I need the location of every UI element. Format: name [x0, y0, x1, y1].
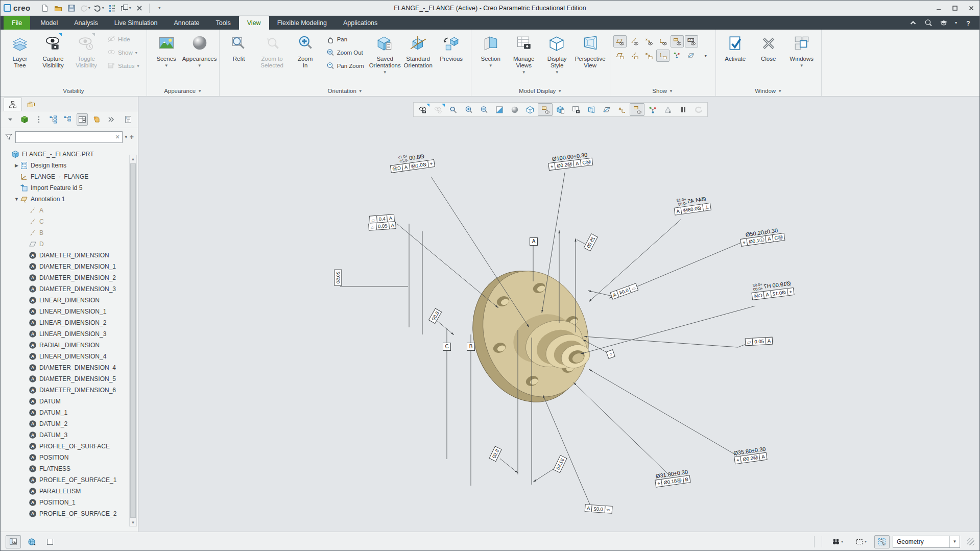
section-button[interactable]: Section▼	[474, 31, 507, 84]
pause-button[interactable]	[676, 103, 690, 116]
ribbon-group-label[interactable]: Visibility	[2, 86, 146, 96]
show-more-button[interactable]: ▾	[699, 50, 712, 62]
add-filter-icon[interactable]: +	[130, 133, 134, 141]
tree-item-profile-of-surface[interactable]: APROFILE_OF_SURFACE	[3, 441, 129, 452]
graphics-area[interactable]: Ø8.00+0.15-0.25⌖Ø0.1ⓂACⓂØ100.00±0.30⌖Ø0.…	[138, 97, 979, 532]
manage-views-button[interactable]: Manage Views▼	[508, 31, 540, 84]
section-button[interactable]	[599, 103, 614, 116]
annotation-datum-c[interactable]: C	[443, 343, 451, 351]
tree-expand-icon[interactable]: ▶	[13, 163, 20, 168]
customize-quick-access-button[interactable]: ▾	[153, 2, 165, 14]
maximize-button[interactable]	[947, 2, 963, 15]
tree-item-linear-dimension-2[interactable]: ALINEAR_DIMENSION_2	[3, 317, 129, 328]
collapse-tree-button[interactable]	[62, 113, 73, 126]
group-dropdown-icon[interactable]: ▼	[669, 89, 673, 93]
perspective-view-button[interactable]	[584, 103, 599, 116]
resource-center-dropdown-icon[interactable]: ▾	[955, 20, 957, 25]
tree-item-c[interactable]: C	[3, 216, 129, 227]
spin-center-display-button[interactable]	[671, 50, 684, 62]
tab-tools[interactable]: Tools	[208, 16, 239, 30]
undo-button[interactable]: ▾	[79, 2, 91, 14]
accessory-window-button[interactable]	[42, 535, 58, 548]
filter-funnel-icon[interactable]	[5, 133, 13, 141]
highlight-selected-button[interactable]	[874, 535, 890, 548]
flange-model[interactable]	[455, 255, 606, 418]
layer-tree-button[interactable]: Layer Tree	[4, 31, 36, 84]
new-file-button[interactable]	[39, 2, 51, 14]
switch-windows-button[interactable]: ▾	[119, 2, 132, 14]
annotation-profile-04[interactable]: ⌓0.4A⌓0.05A	[368, 214, 396, 231]
scenes-dropdown-icon[interactable]: ▼	[164, 63, 169, 68]
redo-dropdown-icon[interactable]: ▾	[102, 6, 104, 10]
activate-button[interactable]: Activate	[719, 31, 752, 84]
group-dropdown-icon[interactable]: ▼	[198, 89, 202, 93]
capture-visibility-button[interactable]: Capture Visibility	[37, 31, 69, 84]
tree-item-d[interactable]: D	[3, 238, 129, 250]
redo-button[interactable]: ▾	[92, 2, 105, 14]
tab-view[interactable]: View	[239, 16, 269, 30]
tree-item-linear-dimension-3[interactable]: ALINEAR_DIMENSION_3	[3, 328, 129, 340]
collapse-ribbon-icon[interactable]	[909, 19, 917, 27]
active-model-button[interactable]	[19, 113, 30, 126]
appearances-dropdown-icon[interactable]: ▼	[198, 63, 202, 68]
point-display-button[interactable]	[642, 35, 655, 47]
folder-browser-tab[interactable]	[22, 98, 40, 111]
scenes-button[interactable]: Scenes▼	[150, 31, 183, 84]
resize-grip[interactable]	[967, 538, 974, 545]
tree-item-b[interactable]: B	[3, 227, 129, 238]
saved-orientations-button[interactable]	[553, 103, 568, 116]
tree-options-button[interactable]	[33, 113, 44, 126]
annotation-filter-button[interactable]	[91, 113, 102, 126]
show-dropdown-icon[interactable]: ▾	[135, 51, 137, 55]
display-mode-button[interactable]	[492, 103, 507, 116]
tree-item-datum-3[interactable]: ADATUM_3	[3, 429, 129, 441]
ribbon-group-label[interactable]: Orientation▼	[221, 86, 470, 96]
toggle-tree-panel-button[interactable]	[6, 535, 21, 548]
open-file-button[interactable]	[52, 2, 64, 14]
close-button[interactable]	[963, 2, 979, 15]
close-button[interactable]: Close	[752, 31, 785, 84]
tree-item-parallelism[interactable]: APARALLELISM	[3, 486, 129, 497]
manage-views-dropdown-icon[interactable]: ▼	[522, 70, 526, 75]
close-window-button[interactable]	[133, 2, 146, 14]
tree-item-diameter-dimension-3[interactable]: ADIAMETER_DIMENSION_3	[3, 283, 129, 295]
annotation-datum-a[interactable]: A	[530, 237, 538, 246]
tree-item-flatness[interactable]: AFLATNESS	[3, 463, 129, 474]
tree-item-linear-dimension-4[interactable]: ALINEAR_DIMENSION_4	[3, 351, 129, 362]
find-dropdown-icon[interactable]: ▾	[841, 539, 843, 544]
tree-item-datum[interactable]: ADATUM	[3, 396, 129, 407]
tab-annotate[interactable]: Annotate	[166, 16, 208, 30]
more-tools-button[interactable]	[105, 113, 116, 126]
regenerate-button[interactable]	[106, 2, 118, 14]
datum-display-button[interactable]	[614, 103, 629, 116]
zoom-out-button[interactable]	[476, 103, 491, 116]
undo-dropdown-icon[interactable]: ▾	[88, 6, 90, 10]
tree-item-position-1[interactable]: APOSITION_1	[3, 497, 129, 508]
tree-item-diameter-dimension[interactable]: ADIAMETER_DIMENSION	[3, 250, 129, 261]
ribbon-group-label[interactable]: Show▼	[611, 86, 714, 96]
previous-button[interactable]: Previous	[435, 31, 468, 84]
tab-applications[interactable]: Applications	[335, 16, 386, 30]
expand-tree-button[interactable]	[47, 113, 59, 126]
customize-quick-access-dropdown-icon[interactable]: ▾	[158, 6, 160, 10]
tree-columns-button[interactable]	[77, 113, 88, 126]
appearances-button[interactable]	[507, 103, 522, 116]
appearances-button[interactable]: Appearances▼	[183, 31, 216, 84]
tree-item-linear-dimension[interactable]: ALINEAR_DIMENSION	[3, 295, 129, 306]
annotation-flatness-005[interactable]: ⏥0.05A	[745, 337, 773, 346]
tree-item-diameter-dimension-2[interactable]: ADIAMETER_DIMENSION_2	[3, 272, 129, 283]
group-dropdown-icon[interactable]: ▼	[558, 89, 562, 93]
save-button[interactable]	[65, 2, 78, 14]
ribbon-group-label[interactable]: Model Display▼	[472, 86, 609, 96]
pan-zoom-button[interactable]: Pan Zoom	[324, 60, 366, 72]
status-dropdown-icon[interactable]: ▾	[137, 64, 139, 68]
tree-filter-arrow-button[interactable]	[5, 113, 16, 126]
tree-item-profile-of-surface-1[interactable]: APROFILE_OF_SURFACE_1	[3, 474, 129, 486]
group-dropdown-icon[interactable]: ▼	[778, 89, 782, 93]
tree-item-profile-of-surface-2[interactable]: APROFILE_OF_SURFACE_2	[3, 508, 129, 519]
tab-analysis[interactable]: Analysis	[66, 16, 106, 30]
section-dropdown-icon[interactable]: ▼	[489, 63, 493, 68]
display-style-button[interactable]: Display Style▼	[541, 31, 573, 84]
plane-display-button[interactable]	[613, 35, 627, 47]
manage-views-button[interactable]	[568, 103, 583, 116]
